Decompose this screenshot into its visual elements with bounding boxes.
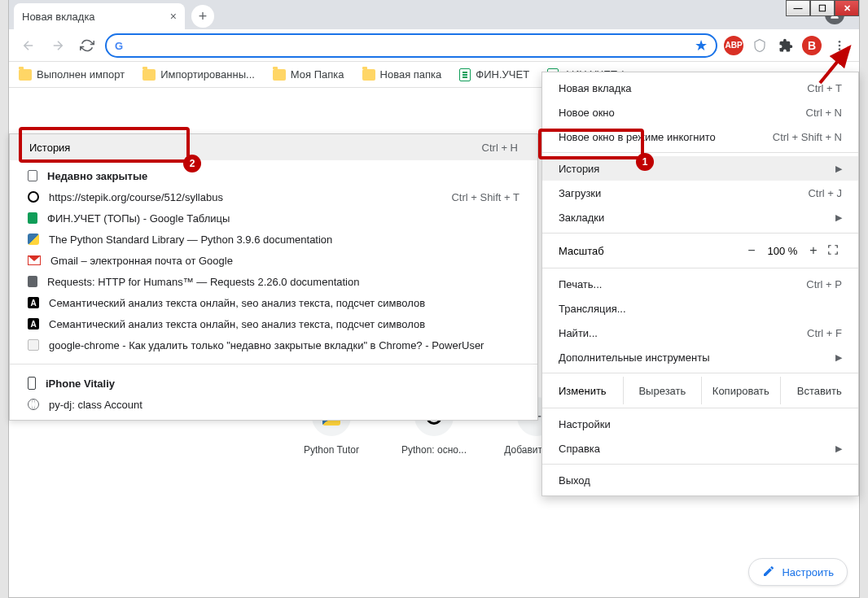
menu-exit[interactable]: Выход bbox=[542, 468, 858, 492]
profile-avatar[interactable]: B bbox=[802, 36, 822, 55]
chevron-right-icon: ▶ bbox=[835, 164, 842, 174]
annotation-badge-2: 2 bbox=[183, 155, 201, 172]
toolbar: G ★ ABP B bbox=[9, 29, 859, 62]
menu-zoom: Масштаб − 100 % + bbox=[542, 237, 858, 264]
document-icon bbox=[28, 170, 37, 181]
menu-edit: Изменить Вырезать Копировать Вставить bbox=[542, 377, 858, 404]
history-header[interactable]: История Ctrl + H bbox=[10, 134, 537, 160]
gmail-icon bbox=[28, 255, 41, 265]
separator bbox=[542, 408, 858, 408]
window-controls: ― ☐ ✕ bbox=[786, 0, 859, 16]
menu-history[interactable]: История▶ bbox=[542, 156, 858, 181]
new-tab-button[interactable]: + bbox=[191, 5, 214, 28]
fullscreen-button[interactable] bbox=[824, 244, 842, 258]
chevron-right-icon: ▶ bbox=[835, 212, 842, 223]
history-shortcut: Ctrl + H bbox=[482, 142, 518, 154]
cut-button[interactable]: Вырезать bbox=[623, 377, 701, 404]
tab-strip: Новая вкладка × + bbox=[9, 0, 859, 29]
chevron-right-icon: ▶ bbox=[835, 443, 842, 454]
menu-button[interactable] bbox=[828, 34, 851, 57]
bookmark-item[interactable]: ФИН.УЧЕТ bbox=[459, 68, 529, 81]
active-tab[interactable]: Новая вкладка × bbox=[14, 3, 185, 29]
abp-extension-icon[interactable]: ABP bbox=[724, 36, 743, 55]
bookmark-folder[interactable]: Импортированны... bbox=[142, 68, 255, 81]
history-item[interactable]: AСемантический анализ текста онлайн, seo… bbox=[10, 313, 537, 334]
zoom-value: 100 % bbox=[762, 245, 803, 257]
advego-icon: A bbox=[28, 297, 39, 308]
address-bar[interactable]: G ★ bbox=[105, 33, 717, 58]
globe-icon bbox=[28, 399, 39, 410]
svg-point-2 bbox=[839, 48, 841, 50]
device-header[interactable]: iPhone Vitaliy bbox=[10, 373, 537, 394]
reload-button[interactable] bbox=[76, 34, 99, 57]
bookmark-folder[interactable]: Моя Папка bbox=[273, 68, 344, 81]
history-item[interactable]: ФИН.УЧЕТ (ТОПы) - Google Таблицы bbox=[10, 207, 537, 229]
menu-more-tools[interactable]: Дополнительные инструменты▶ bbox=[542, 345, 858, 369]
poweruser-icon bbox=[28, 339, 39, 351]
tab-title: Новая вкладка bbox=[22, 11, 164, 23]
menu-bookmarks[interactable]: Закладки▶ bbox=[542, 205, 858, 229]
reopen-shortcut: Ctrl + Shift + T bbox=[451, 191, 519, 203]
separator bbox=[542, 233, 858, 234]
python-icon bbox=[28, 234, 39, 245]
separator bbox=[542, 152, 858, 153]
omnibox-input[interactable] bbox=[129, 39, 688, 52]
menu-incognito[interactable]: Новое окно в режиме инкогнитоCtrl + Shif… bbox=[542, 124, 858, 149]
browser-window: ― ☐ ✕ Новая вкладка × + G ★ ABP bbox=[8, 0, 860, 598]
zoom-in-button[interactable]: + bbox=[803, 243, 824, 258]
paste-button[interactable]: Вставить bbox=[780, 377, 858, 404]
zoom-out-button[interactable]: − bbox=[741, 243, 762, 258]
google-icon: G bbox=[115, 38, 123, 53]
folder-icon bbox=[19, 69, 32, 81]
folder-icon bbox=[362, 69, 375, 81]
bookmark-folder[interactable]: Новая папка bbox=[362, 68, 442, 81]
pencil-icon bbox=[762, 565, 775, 580]
close-tab-icon[interactable]: × bbox=[170, 10, 177, 23]
separator bbox=[542, 268, 858, 268]
maximize-button[interactable]: ☐ bbox=[810, 0, 835, 16]
customize-button[interactable]: Настроить bbox=[748, 558, 848, 586]
stepik-icon bbox=[28, 191, 39, 203]
bookmark-folder[interactable]: Выполнен импорт bbox=[19, 68, 125, 81]
phone-icon bbox=[28, 377, 36, 390]
content-area: История Ctrl + H Недавно закрытые https:… bbox=[9, 88, 859, 597]
annotation-badge-1: 1 bbox=[636, 153, 654, 171]
menu-print[interactable]: Печать...Ctrl + P bbox=[542, 272, 858, 296]
forward-button[interactable] bbox=[46, 34, 69, 57]
history-item[interactable]: The Python Standard Library — Python 3.9… bbox=[10, 229, 537, 250]
history-item[interactable]: AСемантический анализ текста онлайн, seo… bbox=[10, 292, 537, 313]
back-button[interactable] bbox=[17, 34, 40, 57]
main-menu: Новая вкладкаCtrl + T Новое окноCtrl + N… bbox=[541, 72, 859, 496]
menu-settings[interactable]: Настройки bbox=[542, 412, 858, 436]
separator bbox=[542, 464, 858, 465]
separator bbox=[542, 373, 858, 373]
recently-closed-header[interactable]: Недавно закрытые bbox=[10, 165, 537, 186]
advego-icon: A bbox=[28, 318, 39, 330]
menu-find[interactable]: Найти...Ctrl + F bbox=[542, 321, 858, 345]
close-window-button[interactable]: ✕ bbox=[835, 0, 859, 16]
menu-new-tab[interactable]: Новая вкладкаCtrl + T bbox=[542, 76, 858, 100]
minimize-button[interactable]: ― bbox=[786, 0, 810, 16]
chevron-right-icon: ▶ bbox=[835, 352, 842, 363]
folder-icon bbox=[142, 69, 156, 81]
menu-cast[interactable]: Трансляция... bbox=[542, 296, 858, 321]
history-item[interactable]: py-dj: class Account bbox=[10, 394, 537, 415]
svg-point-0 bbox=[839, 41, 841, 43]
menu-new-window[interactable]: Новое окноCtrl + N bbox=[542, 100, 858, 124]
history-submenu: История Ctrl + H Недавно закрытые https:… bbox=[9, 133, 538, 421]
copy-button[interactable]: Копировать bbox=[701, 377, 779, 404]
requests-icon bbox=[28, 276, 37, 287]
separator bbox=[10, 364, 537, 364]
history-item[interactable]: Gmail – электронная почта от Google bbox=[10, 250, 537, 271]
history-item[interactable]: google-chrome - Как удалить только "неда… bbox=[10, 334, 537, 356]
sheets-icon bbox=[459, 68, 471, 81]
sheets-icon bbox=[28, 212, 37, 224]
shield-extension-icon[interactable] bbox=[750, 36, 769, 55]
extensions-icon[interactable] bbox=[776, 36, 796, 55]
folder-icon bbox=[273, 69, 286, 81]
menu-help[interactable]: Справка▶ bbox=[542, 436, 858, 461]
history-item[interactable]: Requests: HTTP for Humans™ — Requests 2.… bbox=[10, 271, 537, 292]
bookmark-star-icon[interactable]: ★ bbox=[695, 37, 708, 55]
menu-downloads[interactable]: ЗагрузкиCtrl + J bbox=[542, 181, 858, 205]
history-item[interactable]: https://stepik.org/course/512/syllabus C… bbox=[10, 186, 537, 207]
